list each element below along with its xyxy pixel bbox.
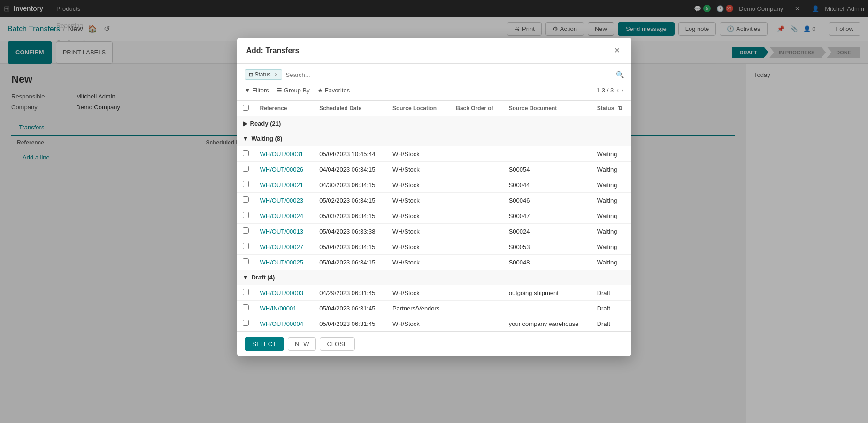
cell-source-doc: S00054 xyxy=(503,162,591,177)
cell-status: Waiting xyxy=(591,177,631,193)
cell-backorder xyxy=(450,255,503,270)
cell-reference[interactable]: WH/OUT/00025 xyxy=(254,255,314,270)
select-button[interactable]: SELECT xyxy=(245,337,284,351)
cell-reference[interactable]: WH/OUT/00027 xyxy=(254,239,314,255)
cell-source: WH/Stock xyxy=(387,224,450,239)
cell-status: Waiting xyxy=(591,224,631,239)
cell-source-doc: S00044 xyxy=(503,177,591,193)
group-by-button[interactable]: ☰ Group By xyxy=(277,87,310,94)
table-row: WH/OUT/00013 05/04/2023 06:33:38 WH/Stoc… xyxy=(237,224,631,239)
group-toggle[interactable]: ▼ xyxy=(243,135,249,142)
search-input[interactable] xyxy=(286,71,612,78)
toolbar-row: ▼ Filters ☰ Group By ★ Favorites 1-3 / 3… xyxy=(245,83,624,95)
cell-backorder xyxy=(450,224,503,239)
cell-status: Draft xyxy=(591,285,631,301)
col-reference: Reference xyxy=(254,101,314,116)
filters-button[interactable]: ▼ Filters xyxy=(245,87,269,94)
row-checkbox[interactable] xyxy=(243,212,249,218)
group-header-waiting: ▼Waiting (8) xyxy=(237,131,631,146)
row-checkbox[interactable] xyxy=(243,243,249,249)
select-all-checkbox[interactable] xyxy=(243,105,249,111)
cell-source-doc xyxy=(503,301,591,316)
cell-reference[interactable]: WH/OUT/00003 xyxy=(254,285,314,301)
cell-reference[interactable]: WH/OUT/00024 xyxy=(254,208,314,224)
cell-reference[interactable]: WH/OUT/00026 xyxy=(254,162,314,177)
remove-filter-icon[interactable]: × xyxy=(275,71,278,78)
table-row: WH/OUT/00024 05/03/2023 06:34:15 WH/Stoc… xyxy=(237,208,631,224)
search-row: ⊞ Status × 🔍 xyxy=(245,69,624,80)
cell-backorder xyxy=(450,193,503,208)
table-row: WH/OUT/00023 05/02/2023 06:34:15 WH/Stoc… xyxy=(237,193,631,208)
row-checkbox[interactable] xyxy=(243,258,249,264)
cell-backorder xyxy=(450,301,503,316)
cell-source-doc: S00024 xyxy=(503,224,591,239)
row-checkbox[interactable] xyxy=(243,320,249,326)
cell-backorder xyxy=(450,239,503,255)
row-checkbox[interactable] xyxy=(243,166,249,172)
favorites-button[interactable]: ★ Favorites xyxy=(317,87,350,94)
cell-date: 05/04/2023 06:31:45 xyxy=(314,301,387,316)
status-badge-label: Status xyxy=(255,71,271,78)
cell-backorder xyxy=(450,146,503,162)
group-toggle[interactable]: ▶ xyxy=(243,120,247,127)
cell-status: Draft xyxy=(591,316,631,332)
search-icon[interactable]: 🔍 xyxy=(616,71,624,78)
modal-close-button[interactable]: × xyxy=(613,45,622,56)
cell-status: Waiting xyxy=(591,146,631,162)
cell-source: WH/Stock xyxy=(387,146,450,162)
cell-status: Waiting xyxy=(591,208,631,224)
row-checkbox[interactable] xyxy=(243,181,249,187)
table-row: WH/OUT/00025 05/04/2023 06:34:15 WH/Stoc… xyxy=(237,255,631,270)
cell-reference[interactable]: WH/OUT/00031 xyxy=(254,146,314,162)
cell-date: 05/04/2023 06:33:38 xyxy=(314,224,387,239)
cell-reference[interactable]: WH/OUT/00004 xyxy=(254,316,314,332)
cell-source: WH/Stock xyxy=(387,177,450,193)
row-checkbox[interactable] xyxy=(243,304,249,310)
group-header-draft: ▼Draft (4) xyxy=(237,270,631,285)
row-checkbox[interactable] xyxy=(243,196,249,203)
cell-date: 05/04/2023 10:45:44 xyxy=(314,146,387,162)
sort-icon[interactable]: ⇅ xyxy=(618,105,622,112)
table-row: WH/OUT/00004 05/04/2023 06:31:45 WH/Stoc… xyxy=(237,316,631,332)
cell-source-doc: outgoing shipment xyxy=(503,285,591,301)
row-checkbox[interactable] xyxy=(243,150,249,156)
next-page-button[interactable]: › xyxy=(622,86,624,94)
cell-source: WH/Stock xyxy=(387,255,450,270)
cell-backorder xyxy=(450,177,503,193)
table-row: WH/OUT/00021 04/30/2023 06:34:15 WH/Stoc… xyxy=(237,177,631,193)
add-transfers-modal: Add: Transfers × ⊞ Status × 🔍 ▼ Filters xyxy=(237,38,631,356)
prev-page-button[interactable]: ‹ xyxy=(616,86,619,94)
cell-date: 04/30/2023 06:34:15 xyxy=(314,177,387,193)
modal-table: Reference Scheduled Date Source Location… xyxy=(237,101,631,331)
group-toggle[interactable]: ▼ xyxy=(243,274,249,281)
cell-source: WH/Stock xyxy=(387,208,450,224)
cell-source: WH/Stock xyxy=(387,239,450,255)
cell-backorder xyxy=(450,285,503,301)
cell-source: WH/Stock xyxy=(387,162,450,177)
table-row: WH/IN/00001 05/04/2023 06:31:45 Partners… xyxy=(237,301,631,316)
cell-source-doc xyxy=(503,146,591,162)
modal-title: Add: Transfers xyxy=(246,46,300,55)
row-checkbox[interactable] xyxy=(243,289,249,295)
modal-overlay: Add: Transfers × ⊞ Status × 🔍 ▼ Filters xyxy=(0,0,868,423)
cell-source-doc: S00048 xyxy=(503,255,591,270)
col-scheduled-date: Scheduled Date xyxy=(314,101,387,116)
modal-header: Add: Transfers × xyxy=(237,38,631,64)
group-icon: ☰ xyxy=(277,87,282,94)
cell-reference[interactable]: WH/OUT/00021 xyxy=(254,177,314,193)
row-checkbox[interactable] xyxy=(243,227,249,234)
col-status: Status ⇅ xyxy=(591,101,631,116)
modal-new-button[interactable]: NEW xyxy=(288,337,316,351)
modal-close-footer-button[interactable]: CLOSE xyxy=(320,337,354,351)
cell-status: Waiting xyxy=(591,193,631,208)
cell-reference[interactable]: WH/OUT/00023 xyxy=(254,193,314,208)
cell-status: Waiting xyxy=(591,239,631,255)
cell-source: WH/Stock xyxy=(387,285,450,301)
cell-reference[interactable]: WH/OUT/00013 xyxy=(254,224,314,239)
cell-status: Waiting xyxy=(591,162,631,177)
cell-reference[interactable]: WH/IN/00001 xyxy=(254,301,314,316)
table-row: WH/OUT/00026 04/04/2023 06:34:15 WH/Stoc… xyxy=(237,162,631,177)
modal-body: Reference Scheduled Date Source Location… xyxy=(237,101,631,331)
cell-backorder xyxy=(450,316,503,332)
cell-source: WH/Stock xyxy=(387,193,450,208)
